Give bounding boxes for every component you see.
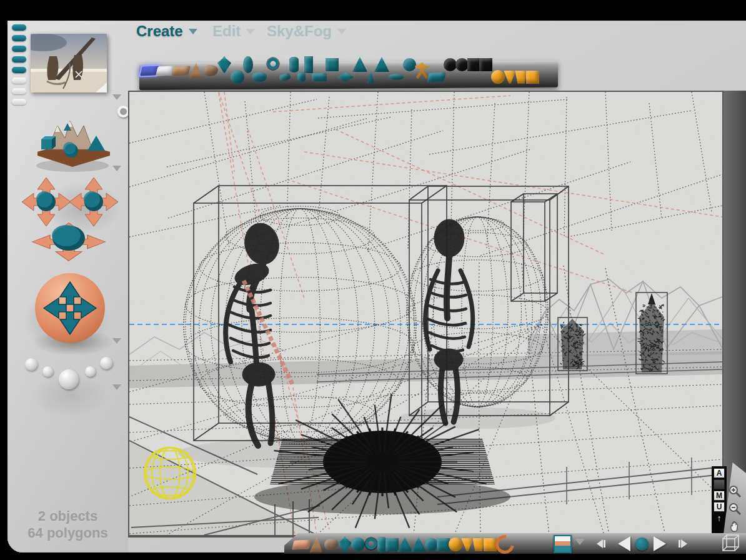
view-memory-sphere[interactable] xyxy=(85,366,96,377)
cylinder-tool[interactable] xyxy=(289,57,299,72)
short-cylinder-tool[interactable] xyxy=(297,72,306,82)
terrain-tool[interactable] xyxy=(309,537,326,552)
view-memory-sphere[interactable] xyxy=(25,358,37,371)
sphere-tool[interactable] xyxy=(351,538,365,551)
cube-tool[interactable] xyxy=(326,58,339,71)
spot-light-tool[interactable] xyxy=(504,71,516,84)
sphere-tool[interactable] xyxy=(231,70,244,84)
flat-diamond-tool[interactable] xyxy=(337,72,354,82)
menu-label: Sky&Fog xyxy=(267,22,332,40)
ground-plane-tool[interactable] xyxy=(292,539,311,549)
nano-preview[interactable] xyxy=(554,535,572,553)
menu-create[interactable]: Create xyxy=(136,22,197,40)
torus-tool[interactable] xyxy=(364,537,379,552)
film-pill-list xyxy=(12,24,26,105)
view-option-up-arrow[interactable]: ↑ xyxy=(714,513,725,523)
last-object-button[interactable] xyxy=(679,539,692,548)
create-palette xyxy=(142,52,558,89)
view-option-solid-button[interactable] xyxy=(714,479,725,489)
first-object-button[interactable] xyxy=(592,539,605,548)
view-memory-sphere[interactable] xyxy=(100,357,112,369)
square-2d-b-tool[interactable] xyxy=(479,58,492,71)
flyout-triangle[interactable] xyxy=(112,384,121,394)
view-option-m-button[interactable]: M xyxy=(714,491,725,501)
object-count: 2 objects xyxy=(7,508,128,524)
zoom-out-icon[interactable] xyxy=(727,501,742,516)
square-spot-light-tool[interactable] xyxy=(515,71,527,84)
parallel-light-tool[interactable] xyxy=(526,71,539,84)
next-object-button[interactable] xyxy=(654,536,674,551)
status-readout: 2 objects 64 polygons xyxy=(7,508,128,541)
square-spot-light-tool[interactable] xyxy=(472,538,485,551)
film-pill[interactable] xyxy=(12,56,26,62)
wireframe-cube-icon[interactable] xyxy=(719,531,742,555)
stone-tool[interactable] xyxy=(324,539,339,550)
current-object-indicator[interactable] xyxy=(635,538,649,551)
menu-label: Create xyxy=(136,22,183,40)
pyramid-tool[interactable] xyxy=(397,537,412,552)
flyout-triangle[interactable] xyxy=(112,94,121,104)
stone-tool[interactable] xyxy=(204,65,218,76)
terrain-tool[interactable] xyxy=(188,63,205,79)
chevron-down-icon xyxy=(246,29,255,39)
ground-plane-tool[interactable] xyxy=(171,66,191,76)
sidebar: 2 objects 64 polygons xyxy=(7,21,128,552)
pyramid-tool[interactable] xyxy=(352,57,367,72)
disc-2d-a-tool[interactable] xyxy=(444,58,457,71)
circle-face-tool[interactable] xyxy=(403,58,416,71)
film-pill[interactable] xyxy=(12,24,26,31)
scene-preview-icon[interactable] xyxy=(31,113,116,176)
disc-2d-b-tool[interactable] xyxy=(455,58,469,71)
film-pill[interactable] xyxy=(12,67,26,73)
nano-preview-dropdown-triangle[interactable] xyxy=(575,539,585,550)
viewport-frame xyxy=(128,91,746,538)
picture-square-tool[interactable] xyxy=(427,72,446,82)
view-option-u-button[interactable]: U xyxy=(714,502,725,512)
square-face-tool[interactable] xyxy=(437,538,450,551)
scene-viewport[interactable] xyxy=(129,92,722,535)
view-memory-sphere[interactable] xyxy=(59,369,79,389)
polygon-count: 64 polygons xyxy=(7,524,128,541)
camera-xz-pad[interactable] xyxy=(27,219,110,271)
radial-light-tool[interactable] xyxy=(449,538,462,551)
poser-figure-tool[interactable] xyxy=(415,62,429,79)
film-pill[interactable] xyxy=(12,88,26,94)
flattened-sphere-tool[interactable] xyxy=(252,72,267,82)
tall-cuboid-tool[interactable] xyxy=(304,56,313,73)
lathe-object-tool[interactable] xyxy=(217,56,232,73)
rolled-cylinder-tool[interactable] xyxy=(279,72,291,81)
previous-object-button[interactable] xyxy=(610,536,630,551)
low-cube-tool[interactable] xyxy=(312,73,327,81)
flyout-triangle[interactable] xyxy=(112,338,121,348)
view-memory-sphere[interactable] xyxy=(42,366,53,377)
torus-tool[interactable] xyxy=(266,57,281,72)
small-cone-tool[interactable] xyxy=(366,71,375,83)
render-thumbnail[interactable] xyxy=(31,34,107,92)
menu-edit[interactable]: Edit xyxy=(212,22,255,40)
film-pill[interactable] xyxy=(12,99,26,105)
lathe-object-tool[interactable] xyxy=(337,536,352,553)
disc-tool[interactable] xyxy=(425,538,438,551)
menu-label: Edit xyxy=(212,22,241,40)
sphere-shadow xyxy=(399,408,555,429)
spot-light-tool[interactable] xyxy=(461,538,474,551)
radial-light-tool[interactable] xyxy=(491,70,505,84)
square-2d-a-tool[interactable] xyxy=(467,58,480,71)
film-pill[interactable] xyxy=(12,35,26,41)
object-selection-controls xyxy=(592,535,717,552)
disc-tool[interactable] xyxy=(388,74,404,80)
cone-tool[interactable] xyxy=(411,537,426,552)
chevron-down-icon xyxy=(189,29,197,39)
cone-tool[interactable] xyxy=(374,57,389,72)
film-pill[interactable] xyxy=(12,46,26,52)
camera-trackball[interactable] xyxy=(35,273,105,343)
film-pill[interactable] xyxy=(12,78,26,84)
view-option-a-button[interactable]: A xyxy=(714,468,725,478)
cube-tool[interactable] xyxy=(385,538,399,551)
chevron-down-icon xyxy=(337,29,346,39)
ellipsoid-tool[interactable] xyxy=(243,56,253,73)
menu-skyfog[interactable]: Sky&Fog xyxy=(267,22,346,40)
bottom-object-palette xyxy=(294,536,569,553)
